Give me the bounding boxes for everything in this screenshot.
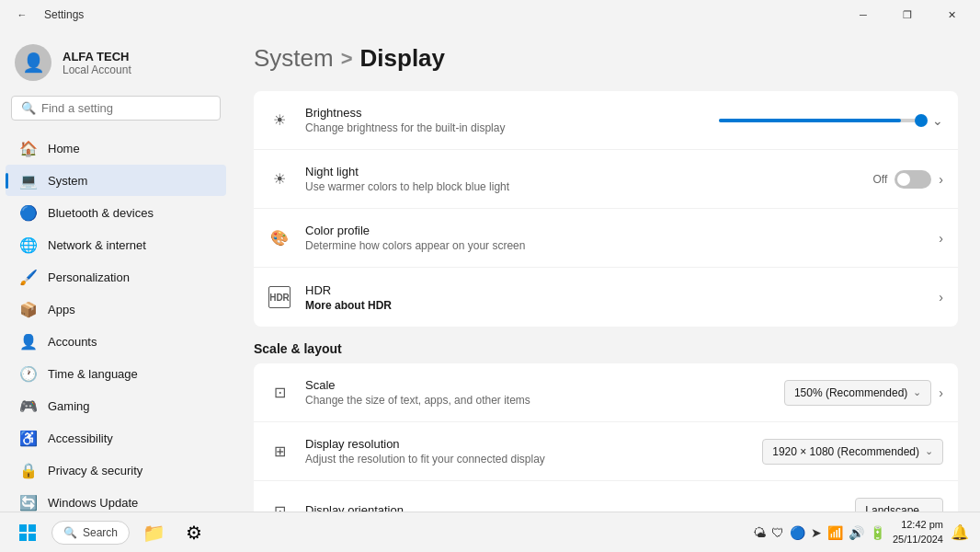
sidebar-item-gaming[interactable]: 🎮 Gaming <box>6 390 226 421</box>
arrow-icon: ➤ <box>811 525 822 540</box>
hdr-row[interactable]: HDR HDR More about HDR › <box>254 268 958 327</box>
clock-time: 12:42 pm <box>893 518 943 532</box>
back-button[interactable]: ← <box>7 0 37 29</box>
brightness-slider[interactable] <box>719 119 921 122</box>
brightness-chevron-down[interactable]: ⌄ <box>932 113 943 128</box>
sidebar-item-label-system: System <box>48 174 87 188</box>
sidebar-item-update[interactable]: 🔄 Windows Update <box>6 487 226 512</box>
brightness-control[interactable]: ⌄ <box>719 113 943 128</box>
brightness-title: Brightness <box>305 106 704 120</box>
wifi-icon: 📶 <box>827 525 843 540</box>
taskbar-search[interactable]: 🔍 Search <box>51 521 130 545</box>
taskbar: 🔍 Search 📁 ⚙ 🌤 🛡 🔵 ➤ 📶 🔊 🔋 12:42 pm 25/1… <box>0 512 980 552</box>
clock-date: 25/11/2024 <box>893 533 943 546</box>
user-profile[interactable]: 👤 ALFA TECH Local Account <box>0 29 232 92</box>
toggle-knob <box>897 173 910 186</box>
settings-button[interactable]: ⚙ <box>177 516 211 549</box>
night-light-toggle[interactable] <box>895 170 931 189</box>
resolution-info: Display resolution Adjust the resolution… <box>305 437 747 466</box>
sidebar-item-label-accounts: Accounts <box>48 335 97 349</box>
notification-icon[interactable]: 🔔 <box>951 523 969 541</box>
scale-chevron-right[interactable]: › <box>939 385 943 400</box>
search-box[interactable]: 🔍 <box>11 96 221 121</box>
sidebar-item-label-accessibility: Accessibility <box>48 431 113 445</box>
orientation-icon: ⊡ <box>268 500 291 512</box>
brightness-row: ☀ Brightness Change brightness for the b… <box>254 91 958 150</box>
user-info: ALFA TECH Local Account <box>63 50 131 76</box>
sidebar-item-system[interactable]: 💻 System <box>6 165 226 196</box>
color-profile-control: › <box>939 231 943 246</box>
app-container: 👤 ALFA TECH Local Account 🔍 🏠 Home 💻 Sys… <box>0 29 980 512</box>
file-explorer-icon: 📁 <box>142 522 165 544</box>
brightness-fill <box>719 119 901 122</box>
sidebar-item-accounts[interactable]: 👤 Accounts <box>6 326 226 357</box>
user-subtitle: Local Account <box>63 63 131 76</box>
sidebar-item-label-personalization: Personalization <box>48 270 130 284</box>
breadcrumb-parent: System <box>254 44 334 73</box>
avatar: 👤 <box>15 44 51 81</box>
night-light-title: Night light <box>305 165 859 178</box>
resolution-value: 1920 × 1080 (Recommended) <box>772 445 919 458</box>
scale-dropdown[interactable]: 150% (Recommended) ⌄ <box>784 380 931 406</box>
scale-icon: ⊡ <box>268 382 291 404</box>
sidebar-item-privacy[interactable]: 🔒 Privacy & security <box>6 454 226 486</box>
resolution-control: 1920 × 1080 (Recommended) ⌄ <box>762 439 943 465</box>
hdr-info: HDR More about HDR <box>305 283 924 312</box>
restore-button[interactable]: ❐ <box>886 0 929 29</box>
taskbar-right: 🌤 🛡 🔵 ➤ 📶 🔊 🔋 12:42 pm 25/11/2024 🔔 <box>753 518 969 546</box>
sidebar-item-personalization[interactable]: 🖌️ Personalization <box>6 261 226 293</box>
brightness-info: Brightness Change brightness for the bui… <box>305 106 704 134</box>
brightness-icon: ☀ <box>268 109 291 132</box>
sidebar-item-bluetooth[interactable]: 🔵 Bluetooth & devices <box>6 197 226 228</box>
start-button[interactable] <box>11 516 44 549</box>
color-profile-row[interactable]: 🎨 Color profile Determine how colors app… <box>254 209 958 268</box>
file-explorer-button[interactable]: 📁 <box>137 516 170 549</box>
hdr-sub: More about HDR <box>305 299 924 312</box>
shield-icon: 🛡 <box>771 525 784 540</box>
color-profile-info: Color profile Determine how colors appea… <box>305 224 924 252</box>
svg-rect-0 <box>19 524 27 532</box>
resolution-dropdown[interactable]: 1920 × 1080 (Recommended) ⌄ <box>762 439 943 465</box>
scale-chevron-down: ⌄ <box>913 386 921 398</box>
search-input[interactable] <box>41 101 211 115</box>
sidebar-item-label-home: Home <box>48 142 80 155</box>
orientation-value: Landscape <box>865 504 919 512</box>
scale-control: 150% (Recommended) ⌄ › <box>784 380 943 406</box>
sidebar-item-label-network: Network & internet <box>48 238 146 252</box>
night-light-chevron[interactable]: › <box>939 172 943 187</box>
night-light-info: Night light Use warmer colors to help bl… <box>305 165 859 193</box>
apps-nav-icon: 📦 <box>20 301 37 317</box>
volume-icon: 🔊 <box>849 525 864 540</box>
taskbar-search-icon: 🔍 <box>63 526 77 539</box>
hdr-control: › <box>939 290 943 305</box>
battery-icon: 🔋 <box>870 525 885 540</box>
color-profile-chevron[interactable]: › <box>939 231 943 246</box>
sidebar-item-label-bluetooth: Bluetooth & devices <box>48 206 154 220</box>
resolution-icon: ⊞ <box>268 441 291 463</box>
orientation-dropdown[interactable]: Landscape ⌄ <box>855 498 943 512</box>
windows-icon <box>19 524 36 541</box>
color-profile-icon: 🎨 <box>268 227 291 249</box>
scale-info: Scale Change the size of text, apps, and… <box>305 378 769 407</box>
sidebar-item-accessibility[interactable]: ♿ Accessibility <box>6 422 226 454</box>
sidebar-item-label-gaming: Gaming <box>48 399 90 413</box>
close-button[interactable]: ✕ <box>930 0 973 29</box>
minimize-button[interactable]: ─ <box>842 0 884 29</box>
update-nav-icon: 🔄 <box>20 494 37 511</box>
privacy-nav-icon: 🔒 <box>20 462 37 478</box>
sidebar-item-time[interactable]: 🕐 Time & language <box>6 358 226 389</box>
hdr-chevron[interactable]: › <box>939 290 943 305</box>
orientation-row: ⊡ Display orientation Landscape ⌄ <box>254 481 958 512</box>
sidebar-item-home[interactable]: 🏠 Home <box>6 132 226 164</box>
sidebar: 👤 ALFA TECH Local Account 🔍 🏠 Home 💻 Sys… <box>0 29 232 512</box>
sidebar-item-network[interactable]: 🌐 Network & internet <box>6 229 226 260</box>
sidebar-item-apps[interactable]: 📦 Apps <box>6 293 226 325</box>
accounts-nav-icon: 👤 <box>20 333 37 350</box>
night-light-icon: ☀ <box>268 168 291 190</box>
orientation-chevron-down: ⌄ <box>925 505 933 512</box>
sidebar-item-label-apps: Apps <box>48 303 75 316</box>
clock[interactable]: 12:42 pm 25/11/2024 <box>893 518 943 546</box>
resolution-row: ⊞ Display resolution Adjust the resoluti… <box>254 422 958 481</box>
scale-sub: Change the size of text, apps, and other… <box>305 394 769 407</box>
scale-value: 150% (Recommended) <box>794 386 907 399</box>
